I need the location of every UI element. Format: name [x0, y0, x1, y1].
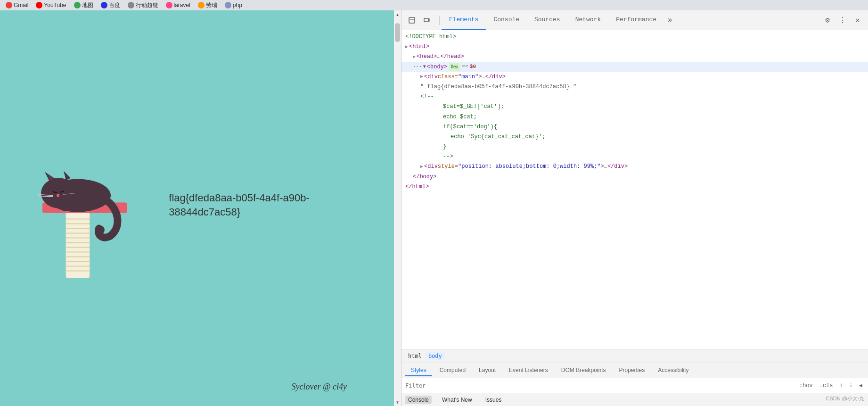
tab-performance[interactable]: Performance: [608, 10, 664, 30]
styles-tab-styles[interactable]: Styles: [405, 365, 432, 376]
bookmark-laravel[interactable]: laravel: [164, 1, 192, 9]
scrollbar-thumb[interactable]: [395, 23, 400, 42]
tree-code-4[interactable]: echo 'Syc{cat_cat_cat_cat}';: [401, 132, 868, 142]
tree-head[interactable]: ▶ <head> … </head>: [401, 52, 868, 62]
device-toggle-button[interactable]: [420, 14, 434, 27]
tree-doctype[interactable]: <!DOCTYPE html>: [401, 32, 868, 42]
breadcrumb-bar: html body: [401, 349, 868, 363]
bookmark-baidu[interactable]: 百度: [99, 0, 122, 10]
console-bar: Console What's New Issues: [401, 393, 868, 406]
bookmark-action[interactable]: 行动超链: [126, 0, 160, 10]
svg-rect-30: [424, 18, 428, 22]
toolbar-separator: [439, 16, 440, 25]
more-tabs-button[interactable]: »: [664, 10, 676, 30]
tree-flag-text[interactable]: " flag{dfeda8aa-b05f-4a4f-a90b-38844dc7a…: [401, 82, 868, 92]
browser-top-bar: Gmail YouTube 地图 百度 行动超链 laravel 劳瑞 php: [0, 0, 868, 10]
styles-tabs-bar: Styles Computed Layout Event Listeners D…: [401, 363, 868, 378]
tree-body-close[interactable]: </body>: [401, 172, 868, 182]
tree-div-main[interactable]: ▶ <div class= "main" > … </div>: [401, 72, 868, 82]
styles-tab-dom-breakpoints[interactable]: DOM Breakpoints: [556, 365, 612, 376]
styles-tab-event-listeners[interactable]: Event Listeners: [503, 365, 554, 376]
scrollbar-down-button[interactable]: ▼: [394, 399, 401, 406]
elements-tree[interactable]: <!DOCTYPE html> ▶ <html> ▶ <head> … </he…: [401, 30, 868, 349]
svg-rect-0: [66, 212, 90, 278]
tab-sources[interactable]: Sources: [527, 10, 568, 30]
csdn-watermark: CSDN @小大·九: [826, 395, 864, 402]
svg-point-27: [74, 204, 87, 211]
tree-code-1[interactable]: $cat=$_GET['cat'];: [401, 102, 868, 112]
bookmark-ditu[interactable]: 地图: [72, 0, 95, 10]
tab-network[interactable]: Network: [568, 10, 609, 30]
filter-hov-button[interactable]: :hov: [797, 381, 815, 390]
tab-elements[interactable]: Elements: [442, 10, 486, 30]
styles-tab-properties[interactable]: Properties: [614, 365, 651, 376]
devtools-settings-button[interactable]: ⚙: [821, 14, 834, 27]
filter-input[interactable]: [405, 382, 794, 389]
styles-tab-computed[interactable]: Computed: [434, 365, 471, 376]
filter-icon-1[interactable]: ⫶: [848, 381, 854, 390]
author-text: Syclover @ cl4y: [291, 382, 347, 392]
svg-point-25: [96, 225, 105, 234]
tab-console[interactable]: Console: [486, 10, 527, 30]
tree-html-close[interactable]: </html>: [401, 182, 868, 192]
devtools-close-button[interactable]: ✕: [851, 14, 864, 27]
breadcrumb-body[interactable]: body: [426, 352, 445, 360]
breadcrumb-html[interactable]: html: [405, 352, 425, 360]
console-bar-whats-new[interactable]: What's New: [439, 396, 475, 404]
webpage-panel: flag{dfeda8aa-b05f-4a4f-a90b- 38844dc7ac…: [0, 10, 394, 406]
tree-body[interactable]: ··· ▼ <body> flex == $0: [401, 62, 868, 72]
styles-tab-accessibility[interactable]: Accessibility: [652, 365, 694, 376]
svg-line-23: [38, 196, 53, 197]
devtools-panel: Elements Console Sources Network Perform…: [401, 10, 868, 406]
bookmark-laorui[interactable]: 劳瑞: [196, 0, 219, 10]
devtools-tabs: Elements Console Sources Network Perform…: [442, 10, 817, 30]
svg-point-15: [41, 178, 77, 208]
filter-add-button[interactable]: +: [838, 381, 845, 390]
tree-html-open[interactable]: ▶ <html>: [401, 42, 868, 52]
scrollbar-up-button[interactable]: ▲: [394, 11, 401, 18]
tree-comment-start[interactable]: <!--: [401, 92, 868, 102]
tree-code-3[interactable]: if($cat=='dog'){: [401, 122, 868, 132]
devtools-toolbar: Elements Console Sources Network Perform…: [401, 10, 868, 30]
scrollbar-track[interactable]: [395, 18, 400, 399]
tree-comment-end[interactable]: -->: [401, 152, 868, 162]
styles-tab-layout[interactable]: Layout: [473, 365, 501, 376]
svg-point-26: [59, 203, 73, 211]
bookmark-youtube[interactable]: YouTube: [34, 1, 68, 9]
svg-rect-31: [428, 19, 430, 21]
console-bar-issues[interactable]: Issues: [483, 396, 505, 404]
tree-code-5[interactable]: }: [401, 142, 868, 152]
cat-illustration: [24, 94, 146, 284]
console-bar-console[interactable]: Console: [405, 396, 432, 404]
styles-filter-bar: :hov .cls + ⫶ ◀: [401, 378, 868, 393]
tree-code-2[interactable]: echo $cat;: [401, 112, 868, 122]
filter-icon-2[interactable]: ◀: [857, 381, 864, 390]
scrollbar[interactable]: ▲ ▼: [394, 10, 401, 406]
bookmark-php[interactable]: php: [223, 1, 244, 9]
inspect-element-button[interactable]: [405, 14, 418, 27]
svg-point-21: [57, 194, 59, 197]
bookmark-gmail[interactable]: Gmail: [4, 1, 30, 9]
filter-cls-button[interactable]: .cls: [818, 381, 835, 390]
tree-div-absolute[interactable]: ▶ <div style= "position: absolute;bottom…: [401, 162, 868, 172]
svg-rect-28: [409, 17, 415, 23]
devtools-more-options-button[interactable]: ⋮: [836, 14, 849, 27]
devtools-bottom: html body Styles Computed Layout Event L…: [401, 349, 868, 393]
flag-text: flag{dfeda8aa-b05f-4a4f-a90b- 38844dc7ac…: [169, 191, 309, 220]
